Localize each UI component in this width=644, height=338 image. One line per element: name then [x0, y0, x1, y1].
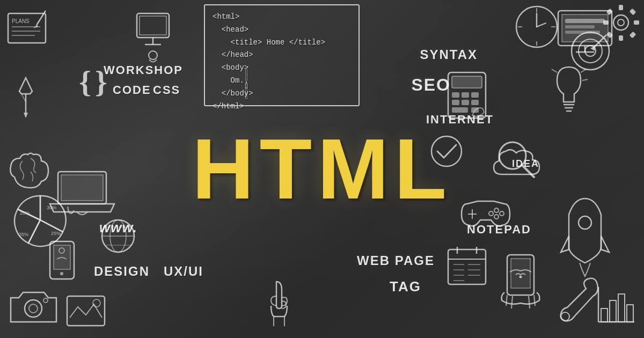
- photo-icon: [64, 293, 107, 328]
- svg-point-13: [149, 51, 157, 60]
- svg-rect-45: [462, 92, 469, 98]
- svg-text:30%: 30%: [47, 205, 56, 210]
- game-controller-icon: [459, 193, 513, 231]
- svg-point-33: [618, 19, 624, 26]
- globe-icon: [99, 217, 137, 255]
- rocket-icon: [558, 193, 612, 279]
- svg-rect-34: [619, 5, 623, 10]
- svg-line-110: [534, 295, 535, 306]
- svg-text:}: }: [95, 64, 107, 99]
- design-label: DESIGN: [94, 264, 150, 279]
- svg-rect-117: [627, 305, 633, 322]
- svg-rect-35: [619, 35, 623, 41]
- svg-rect-37: [634, 20, 639, 25]
- svg-rect-93: [448, 249, 486, 284]
- svg-rect-26: [565, 19, 605, 23]
- svg-point-106: [519, 276, 522, 278]
- svg-point-111: [561, 312, 569, 321]
- svg-rect-50: [452, 107, 468, 113]
- svg-line-57: [552, 69, 557, 72]
- html-code-block: <html> <head> <title> Home </title> </he…: [204, 4, 360, 106]
- person-writing-icon: PLANS: [5, 3, 75, 56]
- svg-rect-9: [137, 13, 169, 38]
- svg-point-77: [93, 299, 100, 307]
- camera-icon: [8, 284, 59, 327]
- calculator-icon: [445, 70, 488, 121]
- svg-rect-44: [452, 92, 459, 98]
- svg-line-56: [582, 79, 588, 80]
- svg-line-107: [506, 295, 507, 306]
- svg-point-72: [60, 272, 63, 275]
- pen-nib-icon: [10, 75, 42, 123]
- svg-point-74: [29, 304, 38, 313]
- svg-point-90: [494, 215, 499, 219]
- svg-rect-27: [565, 25, 595, 28]
- css-label: CSS: [153, 83, 180, 97]
- hand-phone-icon: [496, 252, 545, 311]
- svg-text:PLANS: PLANS: [12, 18, 30, 24]
- calendar-icon: [445, 244, 488, 287]
- html-main-title: HTML: [192, 126, 452, 212]
- svg-point-75: [43, 298, 48, 303]
- svg-text:{: {: [79, 64, 91, 99]
- webpage-label: WEB PAGE: [357, 253, 435, 268]
- svg-point-91: [489, 211, 493, 216]
- svg-line-109: [529, 296, 530, 308]
- svg-point-92: [579, 216, 591, 229]
- svg-rect-38: [606, 9, 613, 16]
- curly-braces-close-icon: }: [94, 64, 123, 102]
- svg-rect-47: [452, 100, 459, 105]
- svg-point-32: [613, 15, 628, 30]
- svg-text:25%: 25%: [51, 231, 61, 236]
- svg-rect-115: [610, 300, 616, 322]
- finger-pointing-icon: [263, 279, 295, 327]
- chalkboard-background: HTML <html> <head> <title> Home </title>…: [0, 0, 644, 338]
- syntax-label: SYNTAX: [420, 47, 478, 62]
- checkmark-icon: [429, 134, 464, 169]
- svg-marker-15: [24, 113, 28, 118]
- idea-cloud-icon: [488, 145, 558, 185]
- svg-rect-10: [140, 16, 166, 35]
- svg-rect-43: [452, 76, 482, 88]
- svg-rect-49: [471, 100, 479, 105]
- svg-rect-105: [511, 259, 530, 288]
- svg-point-89: [500, 211, 504, 216]
- uxui-label: UX/UI: [164, 264, 203, 279]
- svg-text:25%: 25%: [19, 232, 28, 237]
- svg-rect-116: [618, 294, 625, 322]
- svg-rect-48: [462, 100, 469, 105]
- code-content: <html> <head> <title> Home </title> </he…: [213, 11, 351, 113]
- svg-point-83: [431, 136, 462, 166]
- svg-point-88: [494, 208, 499, 212]
- bar-chart-icon: [596, 284, 636, 327]
- svg-rect-114: [601, 308, 608, 322]
- clock-icon: [513, 3, 561, 51]
- svg-rect-39: [630, 9, 636, 16]
- svg-rect-36: [603, 20, 609, 25]
- tag-label: TAG: [390, 278, 421, 295]
- person-at-computer-icon: [118, 8, 188, 67]
- mobile-icon: [47, 239, 77, 282]
- svg-line-19: [537, 23, 546, 27]
- svg-rect-41: [630, 32, 636, 39]
- svg-point-73: [25, 300, 42, 317]
- svg-text:20%: 20%: [20, 210, 30, 216]
- svg-line-108: [511, 296, 513, 308]
- svg-rect-46: [471, 92, 479, 98]
- target-icon: [569, 30, 612, 72]
- seo-label: SEO: [411, 75, 451, 95]
